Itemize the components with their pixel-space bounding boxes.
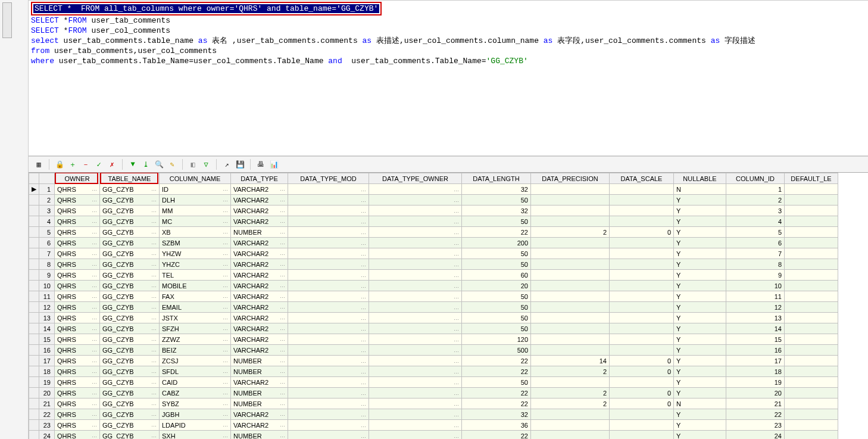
cell-downer[interactable]: … (369, 420, 462, 431)
row-marker[interactable] (29, 366, 39, 377)
ellipsis-icon[interactable]: … (223, 347, 228, 353)
ellipsis-icon[interactable]: … (151, 261, 157, 267)
cell-table[interactable]: GG_CZYB… (100, 281, 160, 291)
cell-null[interactable]: Y (674, 302, 726, 313)
ellipsis-icon[interactable]: … (223, 315, 228, 320)
cell-null[interactable]: Y (674, 313, 726, 323)
cell-dprec[interactable] (531, 409, 610, 420)
cell-dscale[interactable] (610, 206, 674, 216)
cell-dmod[interactable]: … (288, 431, 369, 440)
row-marker[interactable] (29, 216, 39, 227)
cell-cid[interactable]: 8 (726, 259, 785, 270)
ellipsis-icon[interactable]: … (151, 207, 157, 213)
cell-table[interactable]: GG_CZYB… (100, 323, 160, 334)
ellipsis-icon[interactable]: … (361, 261, 366, 267)
cell-cid[interactable]: 1 (726, 184, 785, 195)
cell-dscale[interactable]: 0 (610, 366, 674, 377)
cell-null[interactable]: Y (674, 388, 726, 398)
ellipsis-icon[interactable]: … (454, 422, 459, 428)
cell-dprec[interactable] (531, 281, 610, 291)
filter-icon[interactable]: ▽ (201, 159, 211, 170)
cell-dmod[interactable]: … (288, 259, 369, 270)
ellipsis-icon[interactable]: … (223, 229, 228, 235)
cell-default[interactable] (785, 195, 838, 206)
cell-dprec[interactable] (531, 420, 610, 431)
cell-dtype[interactable]: VARCHAR2… (231, 420, 288, 431)
cell-dprec[interactable] (531, 184, 610, 195)
cell-dtype[interactable]: NUMBER… (231, 431, 288, 440)
ellipsis-icon[interactable]: … (92, 272, 97, 278)
ellipsis-icon[interactable]: … (92, 432, 97, 438)
cell-owner[interactable]: QHRS… (55, 270, 100, 281)
col-data-scale[interactable]: DATA_SCALE (610, 173, 674, 184)
cell-default[interactable] (785, 323, 838, 334)
ellipsis-icon[interactable]: … (223, 293, 228, 299)
cell-owner[interactable]: QHRS… (55, 206, 100, 216)
table-row[interactable]: 14QHRS…GG_CZYB…SFZH…VARCHAR2………50Y14 (29, 323, 838, 334)
ellipsis-icon[interactable]: … (454, 358, 459, 364)
cell-dprec[interactable] (531, 377, 610, 388)
row-marker[interactable] (29, 248, 39, 259)
cell-null[interactable]: Y (674, 356, 726, 366)
ellipsis-icon[interactable]: … (223, 282, 228, 288)
cell-null[interactable]: Y (674, 409, 726, 420)
cell-dprec[interactable] (531, 334, 610, 345)
ellipsis-icon[interactable]: … (151, 315, 157, 320)
col-table-name[interactable]: TABLE_NAME (100, 173, 160, 184)
cell-dmod[interactable]: … (288, 409, 369, 420)
cell-owner[interactable]: QHRS… (55, 184, 100, 195)
ellipsis-icon[interactable]: … (361, 347, 366, 353)
ellipsis-icon[interactable]: … (280, 272, 285, 278)
cell-dmod[interactable]: … (288, 388, 369, 398)
cell-table[interactable]: GG_CZYB… (100, 216, 160, 227)
row-marker[interactable] (29, 281, 39, 291)
row-marker[interactable] (29, 420, 39, 431)
cell-dprec[interactable] (531, 302, 610, 313)
cell-dprec[interactable]: 2 (531, 227, 610, 238)
ellipsis-icon[interactable]: … (361, 197, 366, 203)
cell-col[interactable]: JGBH… (160, 409, 231, 420)
ellipsis-icon[interactable]: … (151, 304, 157, 310)
cell-dtype[interactable]: VARCHAR2… (231, 184, 288, 195)
ellipsis-icon[interactable]: … (280, 261, 285, 267)
cell-dlen[interactable]: 50 (462, 248, 531, 259)
col-column-name[interactable]: COLUMN_NAME (160, 173, 231, 184)
cell-col[interactable]: DLH… (160, 195, 231, 206)
table-row[interactable]: 18QHRS…GG_CZYB…SFDL…NUMBER………2220Y18 (29, 366, 838, 377)
ellipsis-icon[interactable]: … (223, 218, 228, 224)
cell-default[interactable] (785, 206, 838, 216)
cell-dlen[interactable]: 22 (462, 388, 531, 398)
cell-dmod[interactable]: … (288, 281, 369, 291)
cell-dprec[interactable] (531, 259, 610, 270)
row-marker[interactable] (29, 206, 39, 216)
ellipsis-icon[interactable]: … (223, 304, 228, 310)
cell-table[interactable]: GG_CZYB… (100, 206, 160, 216)
ellipsis-icon[interactable]: … (92, 357, 97, 363)
cell-default[interactable] (785, 302, 838, 313)
cell-dlen[interactable]: 32 (462, 184, 531, 195)
cell-col[interactable]: MOBILE… (160, 281, 231, 291)
cell-cid[interactable]: 24 (726, 431, 785, 440)
ellipsis-icon[interactable]: … (454, 186, 459, 192)
cell-owner[interactable]: QHRS… (55, 356, 100, 366)
cell-table[interactable]: GG_CZYB… (100, 334, 160, 345)
cell-col[interactable]: LDAPID… (160, 420, 231, 431)
row-marker[interactable] (29, 377, 39, 388)
cell-col[interactable]: YHZW… (160, 248, 231, 259)
cell-dlen[interactable]: 50 (462, 195, 531, 206)
cell-table[interactable]: GG_CZYB… (100, 398, 160, 409)
ellipsis-icon[interactable]: … (454, 229, 459, 235)
cell-dlen[interactable]: 22 (462, 227, 531, 238)
row-marker[interactable] (29, 345, 39, 356)
ellipsis-icon[interactable]: … (223, 250, 228, 256)
cell-col[interactable]: YHZC… (160, 259, 231, 270)
cell-table[interactable]: GG_CZYB… (100, 195, 160, 206)
ellipsis-icon[interactable]: … (92, 422, 97, 428)
row-marker[interactable] (29, 270, 39, 281)
row-marker[interactable] (29, 259, 39, 270)
cell-cid[interactable]: 7 (726, 248, 785, 259)
table-row[interactable]: 10QHRS…GG_CZYB…MOBILE…VARCHAR2………20Y10 (29, 281, 838, 291)
x-icon[interactable]: ✗ (107, 159, 117, 170)
cell-null[interactable]: Y (674, 238, 726, 248)
table-row[interactable]: 9QHRS…GG_CZYB…TEL…VARCHAR2………60Y9 (29, 270, 838, 281)
